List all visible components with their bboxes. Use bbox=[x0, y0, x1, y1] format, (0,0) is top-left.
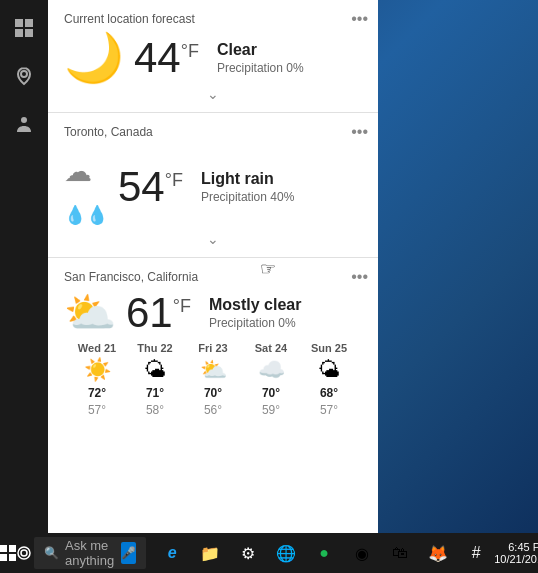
svg-point-5 bbox=[21, 117, 27, 123]
weather-panel: ••• Current location forecast 🌙 44°F Cle… bbox=[48, 0, 378, 533]
toronto-desc: Light rain Precipitation 40% bbox=[201, 170, 294, 204]
grid-icon[interactable] bbox=[4, 8, 44, 48]
weather-section-toronto: ••• Toronto, Canada ☁💧💧 54°F Light rain … bbox=[48, 113, 378, 258]
current-weather-main: 🌙 44°F Clear Precipitation 0% bbox=[64, 34, 362, 82]
firefox-taskbar-icon[interactable]: 🦊 bbox=[420, 533, 456, 573]
settings-taskbar-icon[interactable]: ⚙ bbox=[230, 533, 266, 573]
forecast-icon-thu: 🌤 bbox=[144, 357, 166, 383]
taskbar-app-icons: e 📁 ⚙ 🌐 ● ◉ 🛍 🦊 # bbox=[154, 533, 494, 573]
svg-rect-7 bbox=[9, 545, 16, 552]
svg-rect-3 bbox=[25, 29, 33, 37]
section-menu-sf[interactable]: ••• bbox=[351, 268, 368, 286]
sf-condition: Mostly clear bbox=[209, 296, 301, 314]
expand-arrow-toronto[interactable]: ⌄ bbox=[64, 227, 362, 249]
svg-rect-9 bbox=[9, 554, 16, 561]
sf-weather-main: ⛅ 61°F Mostly clear Precipitation 0% bbox=[64, 292, 362, 334]
location-icon[interactable] bbox=[4, 56, 44, 96]
start-button[interactable] bbox=[0, 533, 16, 573]
chrome-icon: 🌐 bbox=[276, 544, 296, 563]
toronto-title: Toronto, Canada bbox=[64, 125, 362, 139]
sidebar bbox=[0, 0, 48, 533]
search-icon: 🔍 bbox=[44, 546, 59, 560]
hashtag-taskbar-icon[interactable]: # bbox=[458, 533, 494, 573]
toronto-condition: Light rain bbox=[201, 170, 294, 188]
svg-rect-8 bbox=[0, 554, 7, 561]
toronto-temp: 54°F bbox=[118, 166, 183, 208]
forecast-day-sun: Sun 25 🌤 68° 57° bbox=[304, 342, 354, 417]
forecast-icon-fri: ⛅ bbox=[200, 357, 227, 383]
mic-button[interactable]: 🎤 bbox=[121, 542, 136, 564]
spotify-taskbar-icon[interactable]: ● bbox=[306, 533, 342, 573]
svg-rect-6 bbox=[0, 545, 7, 552]
forecast-day-thu: Thu 22 🌤 71° 58° bbox=[130, 342, 180, 417]
weather-section-current: ••• Current location forecast 🌙 44°F Cle… bbox=[48, 0, 378, 113]
store-taskbar-icon[interactable]: 🛍 bbox=[382, 533, 418, 573]
taskbar-right: 6:45 PM 10/21/2015 bbox=[494, 541, 538, 565]
hashtag-icon: # bbox=[472, 544, 481, 562]
forecast-icon-wed: ☀️ bbox=[84, 357, 111, 383]
current-condition: Clear bbox=[217, 41, 304, 59]
forecast-day-wed: Wed 21 ☀️ 72° 57° bbox=[72, 342, 122, 417]
current-desc: Clear Precipitation 0% bbox=[217, 41, 304, 75]
weather-section-sf: ••• San Francisco, California ⛅ 61°F Mos… bbox=[48, 258, 378, 429]
toronto-precip: Precipitation 40% bbox=[201, 190, 294, 204]
firefox-icon: 🦊 bbox=[428, 544, 448, 563]
sf-weather-icon: ⛅ bbox=[64, 292, 116, 334]
people-icon[interactable] bbox=[4, 104, 44, 144]
settings-icon: ⚙ bbox=[241, 544, 255, 563]
taskbar: 🔍 Ask me anything 🎤 e 📁 ⚙ 🌐 ● bbox=[0, 533, 538, 573]
forecast-day-sat: Sat 24 ☁️ 70° 59° bbox=[246, 342, 296, 417]
sf-desc: Mostly clear Precipitation 0% bbox=[209, 296, 301, 330]
taskbar-time: 6:45 PM 10/21/2015 bbox=[494, 541, 538, 565]
forecast-day-fri: Fri 23 ⛅ 70° 56° bbox=[188, 342, 238, 417]
sf-title: San Francisco, California bbox=[64, 270, 362, 284]
mic-icon: 🎤 bbox=[121, 546, 136, 560]
desktop: ••• Current location forecast 🌙 44°F Cle… bbox=[0, 0, 538, 573]
svg-rect-0 bbox=[15, 19, 23, 27]
expand-arrow-current[interactable]: ⌄ bbox=[64, 82, 362, 104]
section-menu-current[interactable]: ••• bbox=[351, 10, 368, 28]
toronto-weather-main: ☁💧💧 54°F Light rain Precipitation 40% bbox=[64, 147, 362, 227]
svg-rect-2 bbox=[15, 29, 23, 37]
forecast-icon-sun: 🌤 bbox=[318, 357, 340, 383]
current-location-title: Current location forecast bbox=[64, 12, 362, 26]
current-precip: Precipitation 0% bbox=[217, 61, 304, 75]
svg-point-11 bbox=[21, 550, 27, 556]
svg-rect-1 bbox=[25, 19, 33, 27]
current-temp: 44°F bbox=[134, 37, 199, 79]
svg-point-10 bbox=[18, 547, 30, 559]
sf-temp: 61°F bbox=[126, 292, 191, 334]
svg-point-4 bbox=[21, 71, 27, 77]
spotify-icon: ● bbox=[319, 544, 329, 562]
cortana-button[interactable] bbox=[16, 533, 32, 573]
sf-precip: Precipitation 0% bbox=[209, 316, 301, 330]
section-menu-toronto[interactable]: ••• bbox=[351, 123, 368, 141]
forecast-icon-sat: ☁️ bbox=[258, 357, 285, 383]
chrome-taskbar-icon[interactable]: 🌐 bbox=[268, 533, 304, 573]
groove-icon: ◉ bbox=[355, 544, 369, 563]
search-placeholder: Ask me anything bbox=[65, 538, 121, 568]
current-weather-icon: 🌙 bbox=[64, 34, 124, 82]
toronto-weather-icon: ☁💧💧 bbox=[64, 147, 108, 227]
forecast-row: Wed 21 ☀️ 72° 57° Thu 22 🌤 71° 58° Fri 2… bbox=[64, 334, 362, 421]
edge-taskbar-icon[interactable]: e bbox=[154, 533, 190, 573]
store-icon: 🛍 bbox=[392, 544, 408, 562]
folder-taskbar-icon[interactable]: 📁 bbox=[192, 533, 228, 573]
search-bar[interactable]: 🔍 Ask me anything 🎤 bbox=[34, 537, 146, 569]
groove-taskbar-icon[interactable]: ◉ bbox=[344, 533, 380, 573]
folder-icon: 📁 bbox=[200, 544, 220, 563]
